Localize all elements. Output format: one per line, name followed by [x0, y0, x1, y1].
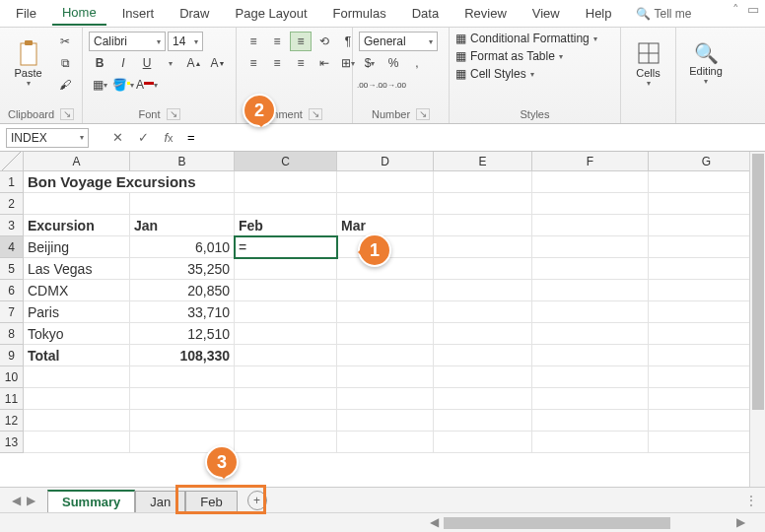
decrease-indent-button[interactable]: ⇤ [313, 53, 335, 73]
cell[interactable] [532, 215, 649, 236]
row-header[interactable]: 1 [0, 171, 24, 193]
cell[interactable] [532, 323, 649, 345]
cell[interactable] [649, 410, 765, 432]
format-as-table-button[interactable]: ▦Format as Table▾ [455, 49, 563, 63]
tab-file[interactable]: File [6, 2, 46, 25]
cell-a1[interactable]: Bon Voyage Excursions [24, 171, 235, 193]
cell-c4[interactable]: = [235, 236, 337, 258]
font-size-select[interactable]: 14▾ [168, 32, 203, 51]
fx-button[interactable]: fx [156, 128, 181, 148]
cell[interactable] [235, 301, 337, 323]
cell-b9[interactable]: 108,330 [130, 345, 235, 366]
cell[interactable] [235, 410, 337, 432]
cell[interactable] [532, 280, 649, 301]
cell-a4[interactable]: Beijing [24, 236, 130, 258]
cell[interactable] [434, 215, 532, 236]
tab-nav-next-icon[interactable]: ▶ [27, 494, 35, 507]
cell[interactable] [434, 323, 532, 345]
tab-review[interactable]: Review [454, 2, 517, 25]
select-all-button[interactable] [0, 152, 24, 171]
number-launcher-icon[interactable]: ↘ [416, 108, 430, 120]
cell[interactable] [235, 171, 337, 193]
tab-formulas[interactable]: Formulas [323, 2, 396, 25]
cell-d3[interactable]: Mar [337, 215, 434, 236]
sheet-tab-summary[interactable]: Summary [47, 490, 135, 512]
cell[interactable] [649, 280, 765, 301]
cell[interactable] [24, 432, 130, 453]
col-header-c[interactable]: C [235, 152, 337, 171]
col-header-e[interactable]: E [434, 152, 532, 171]
cell[interactable] [24, 388, 130, 410]
tab-draw[interactable]: Draw [170, 2, 219, 25]
scroll-thumb[interactable] [752, 154, 764, 410]
tab-insert[interactable]: Insert [112, 2, 165, 25]
cell-b7[interactable]: 33,710 [130, 301, 235, 323]
cell[interactable] [434, 301, 532, 323]
cell[interactable] [532, 432, 649, 453]
cell[interactable] [337, 171, 434, 193]
underline-more-icon[interactable]: ▾ [160, 53, 181, 73]
cell[interactable] [532, 366, 649, 388]
cell[interactable] [649, 323, 765, 345]
scroll-left-icon[interactable]: ◀ [430, 515, 439, 529]
row-header[interactable]: 11 [0, 388, 24, 410]
percent-button[interactable]: % [382, 53, 404, 73]
row-header[interactable]: 6 [0, 280, 24, 301]
underline-button[interactable]: U [136, 53, 158, 73]
row-header[interactable]: 10 [0, 366, 24, 388]
cell[interactable] [532, 258, 649, 280]
cell[interactable] [235, 193, 337, 215]
tab-nav-prev-icon[interactable]: ◀ [12, 494, 21, 507]
format-painter-button[interactable]: 🖌 [54, 75, 76, 95]
cell[interactable] [532, 345, 649, 366]
cell[interactable] [24, 410, 130, 432]
cell-styles-button[interactable]: ▦Cell Styles▾ [455, 67, 534, 81]
cell-b4[interactable]: 6,010 [130, 236, 235, 258]
cell-a5[interactable]: Las Vegas [24, 258, 130, 280]
cell-a6[interactable]: CDMX [24, 280, 130, 301]
cell[interactable] [130, 388, 235, 410]
cells-button[interactable]: Cells ▾ [627, 32, 669, 95]
increase-decimal-button[interactable]: .00→.0 [359, 75, 381, 95]
tab-view[interactable]: View [522, 2, 570, 25]
cell[interactable] [24, 193, 130, 215]
tab-home[interactable]: Home [52, 1, 106, 26]
col-header-f[interactable]: F [532, 152, 649, 171]
cells-area[interactable]: Bon Voyage Excursions Excursion Jan Feb … [24, 171, 765, 453]
borders-button[interactable]: ▦▾ [89, 75, 110, 95]
cell[interactable] [235, 280, 337, 301]
cell[interactable] [532, 301, 649, 323]
cell[interactable] [532, 236, 649, 258]
tab-data[interactable]: Data [402, 2, 449, 25]
cell[interactable] [235, 432, 337, 453]
cell[interactable] [649, 236, 765, 258]
cell[interactable] [337, 345, 434, 366]
col-header-a[interactable]: A [24, 152, 130, 171]
row-header[interactable]: 3 [0, 215, 24, 236]
number-format-select[interactable]: General▾ [359, 32, 438, 51]
cell[interactable] [337, 323, 434, 345]
scroll-thumb[interactable] [444, 517, 670, 529]
cell[interactable] [235, 345, 337, 366]
row-header[interactable]: 2 [0, 193, 24, 215]
cell[interactable] [649, 345, 765, 366]
tab-help[interactable]: Help [576, 2, 622, 25]
row-header[interactable]: 13 [0, 432, 24, 453]
cell[interactable] [337, 388, 434, 410]
cell-a8[interactable]: Tokyo [24, 323, 130, 345]
decrease-font-button[interactable]: A▼ [207, 53, 229, 73]
cell[interactable] [649, 432, 765, 453]
cell[interactable] [434, 193, 532, 215]
cell[interactable] [434, 258, 532, 280]
cell[interactable] [130, 410, 235, 432]
cell-b6[interactable]: 20,850 [130, 280, 235, 301]
align-left-button[interactable]: ≡ [243, 53, 264, 73]
editing-button[interactable]: 🔍 Editing ▾ [682, 32, 730, 95]
cell[interactable] [434, 388, 532, 410]
row-header[interactable]: 9 [0, 345, 24, 366]
align-middle-button[interactable]: ≡ [266, 32, 288, 51]
cell-a9[interactable]: Total [24, 345, 130, 366]
font-launcher-icon[interactable]: ↘ [167, 108, 180, 120]
font-name-select[interactable]: Calibri▾ [89, 32, 166, 51]
font-color-button[interactable]: A▾ [136, 75, 158, 95]
